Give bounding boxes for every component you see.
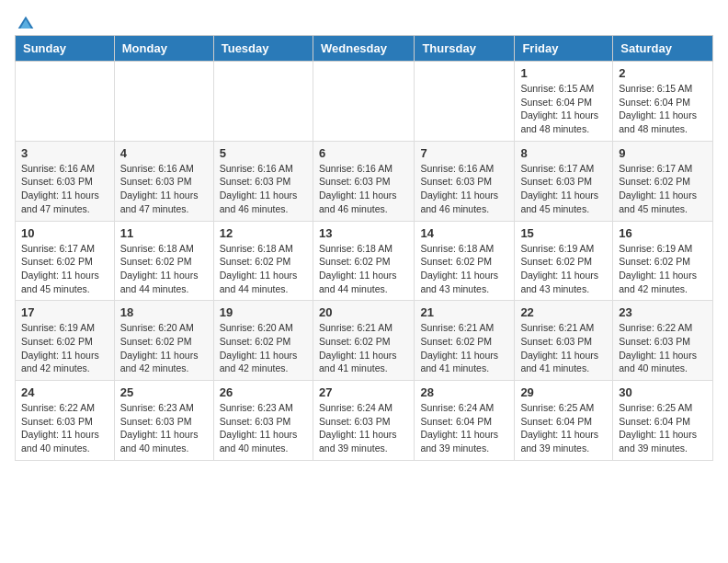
calendar-cell: 25Sunrise: 6:23 AMSunset: 6:03 PMDayligh… [114,381,213,461]
day-info: Sunrise: 6:22 AMSunset: 6:03 PMDaylight:… [619,321,707,375]
calendar-cell: 2Sunrise: 6:15 AMSunset: 6:04 PMDaylight… [613,62,713,142]
day-info: Sunrise: 6:16 AMSunset: 6:03 PMDaylight:… [420,162,508,216]
logo [15,15,35,28]
day-number: 18 [120,305,208,319]
calendar-week-3: 10Sunrise: 6:17 AMSunset: 6:02 PMDayligh… [16,221,713,301]
day-number: 9 [619,146,707,160]
day-number: 15 [520,226,607,240]
logo-icon [17,15,35,33]
calendar-cell: 11Sunrise: 6:18 AMSunset: 6:02 PMDayligh… [114,221,213,301]
calendar-header-sunday: Sunday [16,36,115,62]
calendar-cell: 9Sunrise: 6:17 AMSunset: 6:02 PMDaylight… [613,141,713,221]
day-number: 4 [120,146,208,160]
calendar-header-row: SundayMondayTuesdayWednesdayThursdayFrid… [16,36,713,62]
day-number: 2 [619,66,707,80]
day-info: Sunrise: 6:21 AMSunset: 6:03 PMDaylight:… [520,321,607,375]
calendar-cell: 17Sunrise: 6:19 AMSunset: 6:02 PMDayligh… [16,301,115,381]
day-number: 26 [220,385,307,399]
calendar-cell: 21Sunrise: 6:21 AMSunset: 6:02 PMDayligh… [415,301,515,381]
day-number: 17 [21,305,108,319]
day-number: 11 [120,226,208,240]
day-info: Sunrise: 6:25 AMSunset: 6:04 PMDaylight:… [619,401,707,455]
day-number: 16 [619,226,707,240]
calendar-header-monday: Monday [114,36,213,62]
day-number: 27 [319,385,408,399]
day-number: 5 [220,146,307,160]
day-info: Sunrise: 6:24 AMSunset: 6:04 PMDaylight:… [420,401,508,455]
day-number: 19 [220,305,307,319]
day-number: 13 [319,226,408,240]
day-info: Sunrise: 6:21 AMSunset: 6:02 PMDaylight:… [319,321,408,375]
calendar-cell: 12Sunrise: 6:18 AMSunset: 6:02 PMDayligh… [213,221,313,301]
calendar-header-saturday: Saturday [613,36,713,62]
calendar-cell: 15Sunrise: 6:19 AMSunset: 6:02 PMDayligh… [515,221,613,301]
calendar-header-friday: Friday [515,36,613,62]
calendar-cell: 18Sunrise: 6:20 AMSunset: 6:02 PMDayligh… [114,301,213,381]
calendar-cell: 19Sunrise: 6:20 AMSunset: 6:02 PMDayligh… [213,301,313,381]
day-number: 21 [420,305,508,319]
calendar-cell: 3Sunrise: 6:16 AMSunset: 6:03 PMDaylight… [16,141,115,221]
day-number: 7 [420,146,508,160]
calendar-week-1: 1Sunrise: 6:15 AMSunset: 6:04 PMDaylight… [16,62,713,142]
day-number: 22 [520,305,607,319]
calendar-cell: 26Sunrise: 6:23 AMSunset: 6:03 PMDayligh… [213,381,313,461]
day-info: Sunrise: 6:16 AMSunset: 6:03 PMDaylight:… [21,162,108,216]
day-number: 10 [21,226,108,240]
day-info: Sunrise: 6:17 AMSunset: 6:02 PMDaylight:… [619,162,707,216]
calendar-header-tuesday: Tuesday [213,36,313,62]
day-number: 12 [220,226,307,240]
calendar-week-4: 17Sunrise: 6:19 AMSunset: 6:02 PMDayligh… [16,301,713,381]
day-info: Sunrise: 6:18 AMSunset: 6:02 PMDaylight:… [220,242,307,296]
day-number: 3 [21,146,108,160]
calendar-header-wednesday: Wednesday [313,36,414,62]
day-info: Sunrise: 6:19 AMSunset: 6:02 PMDaylight:… [21,321,108,375]
calendar-cell: 24Sunrise: 6:22 AMSunset: 6:03 PMDayligh… [16,381,115,461]
day-info: Sunrise: 6:20 AMSunset: 6:02 PMDaylight:… [220,321,307,375]
calendar-cell: 5Sunrise: 6:16 AMSunset: 6:03 PMDaylight… [213,141,313,221]
calendar-cell: 4Sunrise: 6:16 AMSunset: 6:03 PMDaylight… [114,141,213,221]
day-number: 14 [420,226,508,240]
day-info: Sunrise: 6:15 AMSunset: 6:04 PMDaylight:… [520,82,607,136]
day-info: Sunrise: 6:18 AMSunset: 6:02 PMDaylight:… [120,242,208,296]
day-info: Sunrise: 6:20 AMSunset: 6:02 PMDaylight:… [120,321,208,375]
page-header [15,15,713,28]
calendar-header-thursday: Thursday [415,36,515,62]
calendar-cell [213,62,313,142]
day-info: Sunrise: 6:19 AMSunset: 6:02 PMDaylight:… [520,242,607,296]
day-info: Sunrise: 6:21 AMSunset: 6:02 PMDaylight:… [420,321,508,375]
day-number: 23 [619,305,707,319]
day-info: Sunrise: 6:24 AMSunset: 6:03 PMDaylight:… [319,401,408,455]
calendar-cell: 14Sunrise: 6:18 AMSunset: 6:02 PMDayligh… [415,221,515,301]
calendar-cell: 30Sunrise: 6:25 AMSunset: 6:04 PMDayligh… [613,381,713,461]
day-info: Sunrise: 6:19 AMSunset: 6:02 PMDaylight:… [619,242,707,296]
day-number: 30 [619,385,707,399]
day-info: Sunrise: 6:18 AMSunset: 6:02 PMDaylight:… [420,242,508,296]
calendar-cell [16,62,115,142]
calendar-cell: 29Sunrise: 6:25 AMSunset: 6:04 PMDayligh… [515,381,613,461]
day-info: Sunrise: 6:15 AMSunset: 6:04 PMDaylight:… [619,82,707,136]
day-number: 20 [319,305,408,319]
calendar-cell: 28Sunrise: 6:24 AMSunset: 6:04 PMDayligh… [415,381,515,461]
day-number: 1 [520,66,607,80]
day-number: 6 [319,146,408,160]
day-number: 8 [520,146,607,160]
calendar-cell [313,62,414,142]
calendar-cell [114,62,213,142]
calendar-cell: 7Sunrise: 6:16 AMSunset: 6:03 PMDaylight… [415,141,515,221]
calendar-cell: 13Sunrise: 6:18 AMSunset: 6:02 PMDayligh… [313,221,414,301]
day-info: Sunrise: 6:18 AMSunset: 6:02 PMDaylight:… [319,242,408,296]
calendar-cell: 10Sunrise: 6:17 AMSunset: 6:02 PMDayligh… [16,221,115,301]
calendar-cell: 27Sunrise: 6:24 AMSunset: 6:03 PMDayligh… [313,381,414,461]
calendar-cell: 8Sunrise: 6:17 AMSunset: 6:03 PMDaylight… [515,141,613,221]
calendar-cell: 6Sunrise: 6:16 AMSunset: 6:03 PMDaylight… [313,141,414,221]
day-info: Sunrise: 6:16 AMSunset: 6:03 PMDaylight:… [120,162,208,216]
day-number: 24 [21,385,108,399]
calendar-cell: 16Sunrise: 6:19 AMSunset: 6:02 PMDayligh… [613,221,713,301]
calendar-cell: 20Sunrise: 6:21 AMSunset: 6:02 PMDayligh… [313,301,414,381]
calendar-cell: 1Sunrise: 6:15 AMSunset: 6:04 PMDaylight… [515,62,613,142]
day-info: Sunrise: 6:17 AMSunset: 6:03 PMDaylight:… [520,162,607,216]
day-info: Sunrise: 6:17 AMSunset: 6:02 PMDaylight:… [21,242,108,296]
day-number: 29 [520,385,607,399]
day-info: Sunrise: 6:16 AMSunset: 6:03 PMDaylight:… [220,162,307,216]
calendar: SundayMondayTuesdayWednesdayThursdayFrid… [15,35,713,461]
